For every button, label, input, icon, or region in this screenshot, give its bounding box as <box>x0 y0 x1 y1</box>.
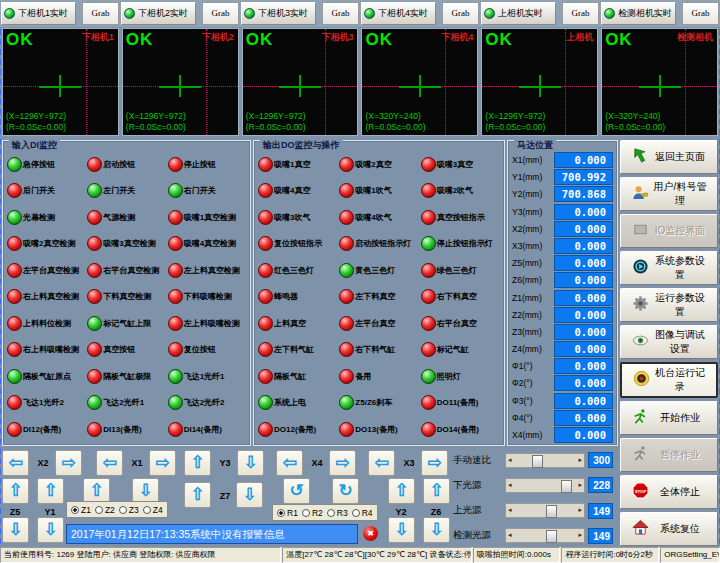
do-indicator[interactable]: 左平台真空 <box>339 316 420 331</box>
jog-up-button[interactable]: ⇧ <box>388 478 415 504</box>
radio-option[interactable]: R1 <box>277 508 298 518</box>
do-indicator[interactable]: 吸嘴4吹气 <box>339 210 420 225</box>
slider-right-arrow-icon[interactable]: ▸ <box>578 481 582 489</box>
slider-right-arrow-icon[interactable]: ▸ <box>578 506 582 514</box>
jog-down-button[interactable]: ⇩ <box>37 517 64 543</box>
jog-down-button[interactable]: ⇩ <box>236 482 263 508</box>
do-indicator[interactable]: DO13(备用) <box>339 422 420 437</box>
nav-button[interactable]: 图像与调试设置 <box>620 325 718 359</box>
nav-button[interactable]: 系统复位 <box>620 512 718 546</box>
nav-button[interactable]: 机台运行记录 <box>620 362 718 398</box>
do-indicator[interactable]: 吸嘴3真空 <box>421 157 502 172</box>
slider-thumb[interactable] <box>546 505 557 518</box>
nav-button[interactable]: STOP全体停止 <box>620 475 718 509</box>
do-indicator[interactable]: 标记气缸 <box>421 342 502 357</box>
nav-button[interactable]: 用户/料号管理 <box>620 177 718 211</box>
nav-button[interactable]: 暂停作业 <box>620 438 718 472</box>
jog-right-button[interactable]: ⇨ <box>149 450 176 476</box>
radio-option[interactable]: Z3 <box>119 505 139 515</box>
jog-left-button[interactable]: ⇦ <box>276 450 303 476</box>
do-indicator[interactable]: 右平台真空 <box>421 316 502 331</box>
do-indicator[interactable]: 备用 <box>339 369 420 384</box>
camera-live-button[interactable]: 上相机实时 <box>481 2 556 25</box>
slider-left-arrow-icon[interactable]: ◂ <box>508 506 512 514</box>
jog-right-button[interactable]: ⇨ <box>421 450 448 476</box>
jog-left-button[interactable]: ⇦ <box>96 450 123 476</box>
close-icon[interactable]: ✖ <box>363 526 378 541</box>
jog-right-button[interactable]: ⇨ <box>55 450 82 476</box>
jog-down-button[interactable]: ⇩ <box>388 517 415 543</box>
radio-option[interactable]: Z1 <box>71 505 91 515</box>
jog-up-button[interactable]: ⇧ <box>37 478 64 504</box>
camera-live-button[interactable]: 下相机2实时 <box>121 2 196 25</box>
radio-option[interactable]: R3 <box>327 508 348 518</box>
do-indicator[interactable]: DO12(备用) <box>258 422 339 437</box>
do-indicator[interactable]: 复位按钮指示 <box>258 236 339 251</box>
do-indicator[interactable]: 启动按钮指示灯 <box>339 236 420 251</box>
jog-up-button[interactable]: ⇧ <box>184 450 211 476</box>
do-indicator[interactable]: 黄色三色灯 <box>339 263 420 278</box>
nav-button[interactable]: 返回主页面 <box>620 140 718 174</box>
do-indicator[interactable]: 左下料气缸 <box>258 342 339 357</box>
camera-live-button[interactable]: 下相机1实时 <box>1 2 76 25</box>
do-indicator[interactable]: 红色三色灯 <box>258 263 339 278</box>
slider-track[interactable]: ◂▸ <box>505 528 585 543</box>
rotate-ccw-button[interactable]: ↺ <box>283 478 310 504</box>
jog-down-button[interactable]: ⇩ <box>423 517 450 543</box>
grab-button[interactable]: Grab <box>562 2 599 25</box>
do-indicator[interactable]: 上料真空 <box>258 316 339 331</box>
slider-thumb[interactable] <box>561 480 572 493</box>
do-indicator[interactable]: 吸嘴1吹气 <box>339 183 420 198</box>
radio-option[interactable]: Z2 <box>95 505 115 515</box>
jog-right-button[interactable]: ⇨ <box>329 450 356 476</box>
grab-button[interactable]: Grab <box>322 2 359 25</box>
slider-track[interactable]: ◂▸ <box>505 478 585 493</box>
do-indicator[interactable]: DO11(备用) <box>421 395 502 410</box>
camera-live-button[interactable]: 下相机3实时 <box>241 2 316 25</box>
do-indicator[interactable]: DO14(备用) <box>421 422 502 437</box>
jog-left-button[interactable]: ⇦ <box>368 450 395 476</box>
nav-button[interactable]: 开始作业 <box>620 401 718 435</box>
grab-button[interactable]: Grab <box>202 2 239 25</box>
do-indicator[interactable]: 蜂鸣器 <box>258 289 339 304</box>
slider-left-arrow-icon[interactable]: ◂ <box>508 481 512 489</box>
slider-right-arrow-icon[interactable]: ▸ <box>578 456 582 464</box>
nav-button[interactable]: 系统参数设置 <box>620 251 718 285</box>
grab-button[interactable]: Grab <box>82 2 119 25</box>
do-indicator[interactable]: 吸嘴1真空 <box>258 157 339 172</box>
do-indicator[interactable]: 隔板气缸 <box>258 369 339 384</box>
grab-button[interactable]: Grab <box>442 2 479 25</box>
do-indicator[interactable]: Z5/Z6刹车 <box>339 395 420 410</box>
radio-option[interactable]: R2 <box>302 508 323 518</box>
do-indicator[interactable]: 右下料气缸 <box>339 342 420 357</box>
slider-left-arrow-icon[interactable]: ◂ <box>508 531 512 539</box>
do-indicator[interactable]: 停止按钮指示灯 <box>421 236 502 251</box>
slider-track[interactable]: ◂▸ <box>505 503 585 518</box>
slider-thumb[interactable] <box>546 530 557 543</box>
do-indicator[interactable]: 左下料真空 <box>339 289 420 304</box>
do-indicator[interactable]: 绿色三色灯 <box>421 263 502 278</box>
slider-left-arrow-icon[interactable]: ◂ <box>508 456 512 464</box>
jog-up-button[interactable]: ⇧ <box>423 478 450 504</box>
nav-button[interactable]: IO监控界面 <box>620 214 718 248</box>
nav-button[interactable]: 运行参数设置 <box>620 288 718 322</box>
rotate-cw-button[interactable]: ↻ <box>332 478 359 504</box>
slider-thumb[interactable] <box>532 455 543 468</box>
slider-track[interactable]: ◂▸ <box>505 453 585 468</box>
do-indicator[interactable]: 吸嘴4真空 <box>258 183 339 198</box>
radio-option[interactable]: R4 <box>352 508 373 518</box>
do-indicator[interactable]: 系统上电 <box>258 395 339 410</box>
do-indicator[interactable]: 右下料真空 <box>421 289 502 304</box>
grab-button[interactable]: Grab <box>682 2 719 25</box>
do-indicator[interactable]: 真空按钮指示 <box>421 210 502 225</box>
jog-up-button[interactable]: ⇧ <box>2 478 29 504</box>
do-indicator[interactable]: 吸嘴2真空 <box>339 157 420 172</box>
do-indicator[interactable]: 吸嘴3吹气 <box>258 210 339 225</box>
slider-right-arrow-icon[interactable]: ▸ <box>578 531 582 539</box>
jog-down-button[interactable]: ⇩ <box>2 517 29 543</box>
camera-live-button[interactable]: 检测相机实时 <box>601 2 676 25</box>
jog-down-button[interactable]: ⇩ <box>237 450 264 476</box>
do-indicator[interactable]: 照明灯 <box>421 369 502 384</box>
jog-left-button[interactable]: ⇦ <box>2 450 29 476</box>
camera-live-button[interactable]: 下相机4实时 <box>361 2 436 25</box>
